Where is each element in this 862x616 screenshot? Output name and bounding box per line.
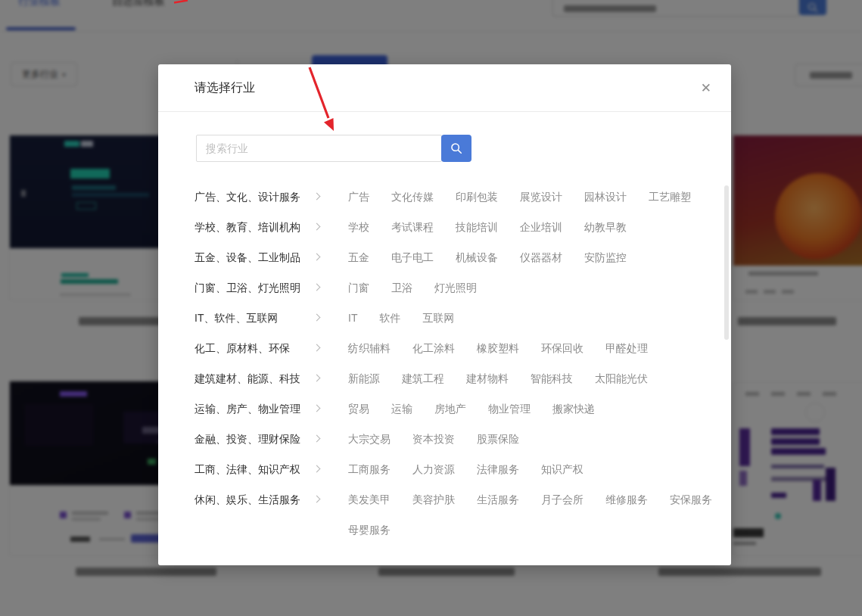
industry-search-input[interactable]	[196, 135, 442, 162]
industry-tag[interactable]: 安防监控	[584, 242, 627, 272]
industry-tag[interactable]: 美发美甲	[348, 484, 391, 515]
industry-tag[interactable]: 卫浴	[391, 272, 412, 303]
tag-group: 新能源建筑工程建材物料智能科技太阳能光伏	[348, 363, 713, 394]
industry-tag[interactable]: 维修服务	[605, 484, 648, 515]
category-label[interactable]: 门窗、卫浴、灯光照明	[194, 272, 314, 303]
industry-tag[interactable]: 化工涂料	[412, 333, 455, 363]
industry-tag[interactable]: 太阳能光伏	[595, 363, 648, 394]
industry-tag[interactable]: 贸易	[348, 394, 369, 424]
chevron-right-icon	[313, 405, 321, 412]
industry-tag[interactable]: 工艺雕塑	[649, 182, 691, 212]
industry-tag[interactable]: 文化传媒	[391, 182, 434, 212]
industry-tag[interactable]: 企业培训	[520, 212, 562, 242]
category-label[interactable]: 学校、教育、培训机构	[194, 212, 314, 242]
chevron-box	[314, 242, 348, 263]
industry-tag[interactable]: 纺织辅料	[348, 333, 391, 363]
industry-tag[interactable]: 智能科技	[531, 363, 573, 394]
industry-tag[interactable]: 月子会所	[541, 484, 583, 515]
industry-tag[interactable]: 资本投资	[412, 424, 455, 454]
category-label[interactable]: 金融、投资、理财保险	[194, 424, 314, 454]
industry-tag[interactable]: 园林设计	[584, 182, 627, 212]
industry-tag[interactable]: 学校	[348, 212, 369, 242]
chevron-box	[314, 484, 348, 505]
industry-tag[interactable]: 建材物料	[466, 363, 509, 394]
chevron-right-icon	[313, 223, 321, 231]
tag-group: 门窗卫浴灯光照明	[348, 272, 713, 303]
industry-tag[interactable]: 灯光照明	[434, 272, 477, 303]
industry-tag[interactable]: 物业管理	[488, 394, 531, 424]
category-label[interactable]: 五金、设备、工业制品	[194, 242, 314, 272]
tag-group: 大宗交易资本投资股票保险	[348, 424, 713, 454]
industry-tag[interactable]: 建筑工程	[402, 363, 444, 394]
industry-tag[interactable]: 股票保险	[477, 424, 519, 454]
chevron-box	[314, 333, 348, 353]
industry-tag[interactable]: 新能源	[348, 363, 380, 394]
category-label[interactable]: 休闲、娱乐、生活服务	[194, 484, 314, 515]
industry-tag[interactable]: IT	[348, 303, 357, 333]
category-label[interactable]: 广告、文化、设计服务	[194, 182, 314, 212]
industry-tag[interactable]: 展览设计	[520, 182, 562, 212]
chevron-right-icon	[313, 284, 321, 291]
industry-tag[interactable]: 搬家快递	[552, 394, 595, 424]
industry-tag[interactable]: 橡胶塑料	[477, 333, 519, 363]
tag-group: 五金电子电工机械设备仪器器材安防监控	[348, 242, 713, 272]
industry-tag[interactable]: 生活服务	[477, 484, 519, 515]
tag-group: 贸易运输房地产物业管理搬家快递	[348, 394, 713, 424]
industry-tag[interactable]: 仪器器材	[520, 242, 562, 272]
industry-tag[interactable]: 技能培训	[456, 212, 498, 242]
category-row: 学校、教育、培训机构学校考试课程技能培训企业培训幼教早教	[194, 212, 716, 242]
chevron-right-icon	[313, 314, 321, 322]
modal-scrollbar-thumb[interactable]	[724, 185, 729, 340]
chevron-box	[314, 182, 348, 202]
industry-tag[interactable]: 甲醛处理	[605, 333, 648, 363]
chevron-box	[314, 303, 348, 323]
industry-tag[interactable]: 机械设备	[456, 242, 498, 272]
close-icon[interactable]: ✕	[701, 82, 711, 95]
industry-search	[196, 135, 471, 162]
chevron-box	[314, 363, 348, 384]
tag-group: IT软件互联网	[348, 303, 713, 333]
industry-tag[interactable]: 五金	[348, 242, 369, 272]
chevron-box	[314, 394, 348, 414]
tag-group: 广告文化传媒印刷包装展览设计园林设计工艺雕塑	[348, 182, 713, 212]
industry-tag[interactable]: 知识产权	[541, 454, 583, 484]
industry-tag[interactable]: 幼教早教	[584, 212, 627, 242]
industry-tag[interactable]: 门窗	[348, 272, 369, 303]
industry-tag[interactable]: 广告	[348, 182, 369, 212]
industry-tag[interactable]: 考试课程	[391, 212, 434, 242]
industry-tag[interactable]: 母婴服务	[348, 515, 391, 545]
category-label[interactable]: 化工、原材料、环保	[194, 333, 314, 363]
category-row: 广告、文化、设计服务广告文化传媒印刷包装展览设计园林设计工艺雕塑	[194, 182, 716, 212]
chevron-box	[314, 454, 348, 474]
industry-tag[interactable]: 环保回收	[541, 333, 583, 363]
category-row: 休闲、娱乐、生活服务美发美甲美容护肤生活服务月子会所维修服务安保服务母婴服务	[194, 484, 716, 545]
search-icon	[450, 142, 463, 155]
screen: 行业模板 自适应模板 更多行业 ▾	[0, 0, 862, 616]
category-label[interactable]: 建筑建材、能源、科技	[194, 363, 314, 394]
industry-tag[interactable]: 工商服务	[348, 454, 391, 484]
industry-tag[interactable]: 运输	[391, 394, 412, 424]
industry-tag[interactable]: 印刷包装	[456, 182, 498, 212]
industry-tag[interactable]: 互联网	[422, 303, 454, 333]
industry-tag[interactable]: 人力资源	[412, 454, 455, 484]
industry-tag[interactable]: 美容护肤	[412, 484, 455, 515]
industry-tag[interactable]: 大宗交易	[348, 424, 391, 454]
industry-tag[interactable]: 安保服务	[670, 484, 712, 515]
category-row: 建筑建材、能源、科技新能源建筑工程建材物料智能科技太阳能光伏	[194, 363, 716, 394]
industry-tag[interactable]: 电子电工	[391, 242, 434, 272]
tag-group: 学校考试课程技能培训企业培训幼教早教	[348, 212, 713, 242]
industry-search-button[interactable]	[441, 135, 471, 162]
industry-tag[interactable]: 法律服务	[477, 454, 519, 484]
industry-tag[interactable]: 软件	[379, 303, 400, 333]
category-row: 五金、设备、工业制品五金电子电工机械设备仪器器材安防监控	[194, 242, 716, 272]
category-label[interactable]: IT、软件、互联网	[194, 303, 314, 333]
category-row: IT、软件、互联网IT软件互联网	[194, 303, 716, 333]
chevron-right-icon	[313, 344, 321, 352]
industry-tag[interactable]: 房地产	[434, 394, 466, 424]
modal-header: 请选择行业 ✕	[158, 64, 731, 112]
category-label[interactable]: 运输、房产、物业管理	[194, 394, 314, 424]
category-label[interactable]: 工商、法律、知识产权	[194, 454, 314, 484]
chevron-right-icon	[313, 193, 321, 201]
category-row: 门窗、卫浴、灯光照明门窗卫浴灯光照明	[194, 272, 716, 303]
chevron-box	[314, 272, 348, 293]
